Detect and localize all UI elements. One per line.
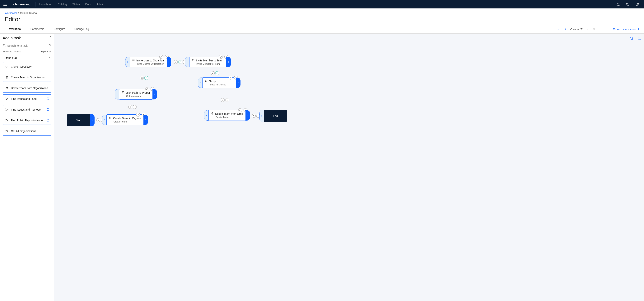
sidebar-search (3, 43, 52, 48)
plus-icon: + (638, 28, 640, 31)
version-prev-button[interactable] (564, 28, 567, 31)
version-last-button[interactable] (592, 28, 596, 31)
port-in[interactable] (260, 110, 264, 122)
task-item-get-all-orgs[interactable]: Get All Organizations (3, 127, 52, 136)
port-out[interactable] (167, 57, 171, 67)
link-success-button[interactable]: ✓ (144, 76, 148, 80)
power-icon (205, 80, 208, 83)
account-button[interactable] (634, 1, 641, 8)
node-create-team[interactable]: ✕ Create Team in Organiz... Create Team (106, 114, 144, 125)
help-button[interactable] (624, 1, 631, 8)
version-first-button[interactable] (557, 28, 561, 31)
trash-icon (211, 112, 214, 115)
create-version-button[interactable]: Create new version + (613, 28, 640, 31)
port-in[interactable] (115, 89, 119, 99)
svg-point-10 (49, 45, 50, 45)
link-delete-button[interactable]: ✕ (96, 118, 100, 122)
node-subtitle: Create Team (114, 120, 141, 123)
nav-link-launchpad[interactable]: Launchpad (39, 3, 52, 6)
port-in[interactable] (198, 78, 202, 88)
verified-badge-icon (46, 119, 49, 122)
link-delete-button[interactable]: ✕ (252, 114, 256, 118)
chevron-left-icon (50, 35, 52, 38)
tab-parameters[interactable]: Parameters (26, 25, 49, 33)
notifications-button[interactable] (614, 1, 622, 8)
node-invite-team[interactable]: ✕ Invite Member to Team Invite Member to… (189, 57, 226, 67)
task-item-clone-repository[interactable]: Clone Repository (3, 62, 52, 71)
node-edit-button[interactable] (136, 113, 140, 117)
svg-point-17 (6, 121, 6, 122)
workflow-canvas[interactable]: Start ✕ → ✕ Create Team in Organiz... Cr… (54, 34, 644, 301)
workflow-links (54, 34, 112, 62)
svg-point-6 (3, 44, 5, 46)
node-end-label: End (273, 114, 278, 118)
port-out[interactable] (152, 89, 157, 99)
port-out[interactable] (246, 110, 250, 121)
link-delete-button[interactable]: ✕ (128, 105, 132, 109)
task-item-find-issues-label[interactable]: Find Issues and Label (3, 94, 52, 103)
task-item-create-team[interactable]: Create Team in Organization (3, 73, 52, 82)
port-out[interactable] (90, 114, 94, 126)
nav-link-admin[interactable]: Admin (97, 3, 104, 6)
tab-configure[interactable]: Configure (49, 25, 70, 33)
link-ctrl-inviteteam-sleep: ✕ ✓ (211, 71, 219, 75)
tab-changelog[interactable]: Change Log (70, 25, 94, 33)
help-icon (626, 2, 630, 6)
node-end[interactable]: End (264, 110, 287, 122)
port-in[interactable] (102, 115, 107, 125)
link-continue-button[interactable]: → (133, 105, 136, 109)
nav-link-docs[interactable]: Docs (85, 3, 92, 6)
node-edit-button[interactable] (228, 76, 232, 80)
sidebar-category-github[interactable]: Github (14) (3, 55, 52, 61)
link-delete-button[interactable]: ✕ (221, 98, 224, 102)
filter-settings-button[interactable] (48, 44, 52, 48)
port-out[interactable] (236, 78, 240, 88)
link-delete-button[interactable]: ✕ (140, 76, 144, 80)
port-in[interactable] (125, 57, 130, 67)
node-sleep[interactable]: ✕ Sleep Sleep for 30 sec (202, 77, 236, 88)
task-item-find-issues-remove[interactable]: Find Issues and Remove (3, 105, 52, 114)
node-delete-team[interactable]: ✕ Delete Team from Orga... Delete Team (208, 110, 246, 121)
nav-divider (35, 2, 36, 7)
link-continue-button[interactable]: → (225, 98, 229, 102)
brand[interactable]: » boomerang (11, 2, 32, 6)
node-edit-button[interactable] (238, 108, 242, 112)
node-start[interactable]: Start (67, 114, 90, 126)
sidebar-collapse-button[interactable] (50, 35, 52, 39)
port-out[interactable] (226, 57, 231, 67)
hamburger-button[interactable] (2, 1, 9, 8)
node-invite-org[interactable]: ✕ Invite User to Organizat... Invite Use… (130, 57, 167, 67)
tab-workflow[interactable]: Workflow (4, 25, 26, 33)
add-circle-icon (192, 59, 194, 62)
link-ctrl-sleep-delete: ✕ → (221, 98, 229, 102)
nav-link-catalog[interactable]: Catalog (58, 3, 67, 6)
verified-badge-icon (46, 97, 49, 101)
link-delete-button[interactable]: ✕ (174, 60, 178, 64)
port-out[interactable] (144, 115, 148, 125)
chevron-left-icon (564, 28, 567, 31)
hamburger-icon (4, 3, 7, 6)
search-input[interactable] (3, 43, 47, 48)
version-nav: Version 32 (557, 28, 596, 31)
node-edit-button[interactable] (159, 55, 163, 59)
version-next-button[interactable] (585, 28, 589, 31)
link-delete-button[interactable]: ✕ (211, 71, 214, 75)
port-in[interactable] (204, 110, 209, 121)
breadcrumb-root[interactable]: Workflows (4, 12, 17, 15)
task-item-find-public-repos[interactable]: Find Public Repositories in ... (3, 116, 52, 125)
link-ctrl-create-json: ✕ → (128, 105, 136, 109)
task-item-delete-team[interactable]: Delete Team from Organization (3, 84, 52, 93)
zoom-in-button[interactable] (637, 36, 641, 41)
expand-all-button[interactable]: Expand all (41, 50, 52, 53)
node-title-text: Sleep (209, 80, 216, 83)
nav-link-status[interactable]: Status (72, 3, 80, 6)
node-edit-button[interactable] (219, 55, 223, 59)
zoom-out-button[interactable] (630, 36, 634, 41)
node-edit-button[interactable] (145, 87, 149, 91)
add-circle-icon (109, 117, 112, 120)
svg-line-26 (640, 39, 641, 40)
link-success-button[interactable]: ✓ (215, 71, 219, 75)
link-success-button[interactable]: ✓ (178, 60, 182, 64)
port-in[interactable] (185, 57, 190, 67)
node-json-path[interactable]: ✕ Json Path To Property Get team name (119, 89, 153, 100)
